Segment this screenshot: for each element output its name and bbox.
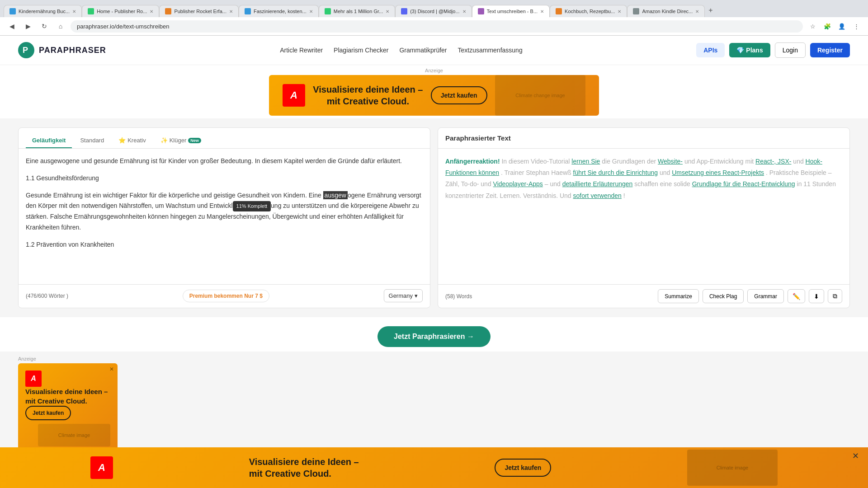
side-ad-banner[interactable]: A ✕ Visualisiere deine Ideen – mit Creat… [18, 363, 118, 454]
tab-gelaufigkeit[interactable]: Geläufigkeit [26, 133, 72, 148]
plans-label: Plans [746, 47, 763, 54]
side-ad-label: Anzeige [18, 356, 118, 361]
bottom-section: Anzeige A ✕ Visualisiere deine Ideen – m… [0, 352, 868, 463]
result-text: Anfängerreaktion! In diesem Video-Tutori… [445, 156, 842, 202]
extensions-button[interactable]: 🧩 [821, 20, 834, 33]
side-ad-close[interactable]: ✕ [109, 366, 114, 372]
tab-kluger[interactable]: ✨ Klüger New [154, 133, 208, 148]
browser-tab-7[interactable]: Text umschreiben - B... ✕ [472, 5, 550, 17]
browser-tab-9[interactable]: Amazon Kindle Direc... ✕ [627, 5, 705, 17]
tab-close-6[interactable]: ✕ [462, 9, 466, 14]
browser-toolbar: ◀ ▶ ↻ ⌂ ☆ 🧩 👤 ⋮ [0, 17, 868, 36]
nav-link-zusammenfassung[interactable]: Textzusammenfassung [458, 47, 523, 54]
side-ad-image: Climate image [38, 424, 110, 446]
side-ad: Anzeige A ✕ Visualisiere deine Ideen – m… [18, 356, 118, 454]
grammar-button[interactable]: Grammar [747, 289, 784, 303]
browser-tab-4[interactable]: Faszinierende, kosten... ✕ [239, 5, 319, 17]
result-span-6: und App-Entwicklung mit [684, 158, 755, 165]
top-ad-container: Anzeige A Visualisiere deine Ideen – mit… [0, 65, 868, 118]
browser-tab-6[interactable]: (3) Discord | @Midjo... ✕ [395, 5, 472, 17]
paraphrase-button[interactable]: Jetzt Paraphrasieren → [377, 326, 491, 347]
result-span-21: sofort verwenden [573, 192, 621, 199]
ad-headline: Visualisiere deine Ideen – mit Creative … [313, 84, 423, 107]
input-text-area[interactable]: Eine ausgewogene und gesunde Ernährung i… [19, 149, 430, 284]
input-paragraph-3: Gesunde Ernährung ist ein wichtiger Fakt… [26, 190, 423, 233]
nav: P PARAPHRASER Article Rewriter Plagiaris… [0, 36, 868, 65]
tab-bar: Geläufigkeit Standard ⭐ Kreativ ✨ Klüger… [19, 128, 430, 149]
country-label: Germany [389, 292, 413, 299]
sticky-ad-buy-button[interactable]: Jetzt kaufen [495, 459, 551, 463]
sticky-ad-image: Climate image [687, 450, 778, 463]
tab-favicon-4 [245, 8, 251, 14]
reload-button[interactable]: ↻ [38, 20, 51, 33]
bookmark-button[interactable]: ☆ [807, 20, 819, 33]
nav-link-article-rewriter[interactable]: Article Rewriter [280, 47, 323, 54]
result-span-17: detaillierte Erläuterungen [562, 180, 633, 188]
premium-button[interactable]: Premium bekommen Nur 7 $ [183, 290, 269, 302]
tab-close-1[interactable]: ✕ [72, 9, 76, 14]
login-button[interactable]: Login [775, 42, 806, 58]
result-span-2: In diesem Video-Tutorial [501, 158, 571, 165]
side-ad-text: Visualisiere deine Ideen – mit Creative … [25, 387, 108, 406]
adobe-logo-box: A [283, 84, 305, 107]
browser-chrome: Kinderernährung Buc... ✕ Home - Publishe… [0, 0, 868, 36]
address-bar[interactable] [71, 20, 803, 33]
chevron-down-icon: ▾ [415, 292, 418, 299]
nav-buttons: APIs 💎 Plans Login Register [696, 42, 850, 58]
top-ad-banner[interactable]: A Visualisiere deine Ideen – mit Creativ… [269, 75, 599, 116]
sticky-adobe-logo: A [90, 456, 113, 463]
side-ad-adobe-letter: A [31, 375, 36, 383]
bottom-sticky-ad[interactable]: A Visualisiere deine Ideen – mit Creativ… [0, 447, 868, 463]
copy-icon: ⧉ [833, 292, 837, 300]
browser-tab-8[interactable]: Kochbuch, Rezeptbu... ✕ [550, 5, 627, 17]
tab-close-3[interactable]: ✕ [229, 9, 233, 14]
tab-title-7: Text umschreiben - B... [487, 9, 538, 14]
edit-icon-button[interactable]: ✏️ [788, 289, 805, 303]
browser-tab-5[interactable]: Mehr als 1 Million Gr... ✕ [319, 5, 395, 17]
tab-standard[interactable]: Standard [74, 133, 110, 148]
copy-icon-button[interactable]: ⧉ [828, 289, 842, 303]
profile-button[interactable]: 👤 [835, 20, 848, 33]
download-icon-button[interactable]: ⬇ [809, 289, 824, 303]
nav-link-plagiarism[interactable]: Plagiarism Checker [334, 47, 388, 54]
summarize-button[interactable]: Summarize [658, 289, 699, 303]
tab-title-8: Kochbuch, Rezeptbu... [565, 9, 615, 14]
result-span-19: Grundlage für die React-Entwicklung [692, 180, 795, 188]
country-selector[interactable]: Germany ▾ [384, 289, 423, 302]
tab-close-7[interactable]: ✕ [540, 9, 544, 14]
browser-tab-3[interactable]: Publisher Rocket Erfa... ✕ [159, 5, 239, 17]
home-button[interactable]: ⌂ [54, 20, 67, 33]
tab-close-8[interactable]: ✕ [618, 9, 621, 14]
check-plag-button[interactable]: Check Plag [703, 289, 744, 303]
result-span-4: die Grundlagen der [602, 158, 658, 165]
new-tab-button[interactable]: + [705, 4, 716, 17]
tab-kreativ[interactable]: ⭐ Kreativ [112, 133, 152, 148]
apis-button[interactable]: APIs [696, 43, 725, 57]
sticky-close-button[interactable]: ✕ [852, 451, 859, 461]
back-button[interactable]: ◀ [5, 20, 18, 33]
result-span-7: React-, JSX- [755, 158, 791, 165]
input-paragraph-1: Eine ausgewogene und gesunde Ernährung i… [26, 156, 423, 167]
tab-close-5[interactable]: ✕ [386, 9, 389, 14]
tab-title-1: Kinderernährung Buc... [19, 9, 70, 14]
tab-favicon-3 [165, 8, 171, 14]
result-text-area: Anfängerreaktion! In diesem Video-Tutori… [438, 149, 849, 284]
register-button[interactable]: Register [810, 43, 850, 57]
browser-tab-1[interactable]: Kinderernährung Buc... ✕ [4, 5, 82, 17]
nav-link-grammatik[interactable]: Grammatikprüfer [399, 47, 447, 54]
side-ad-buy-button[interactable]: Jetzt kaufen [25, 406, 71, 420]
ad-buy-button[interactable]: Jetzt kaufen [431, 86, 487, 104]
tab-favicon-7 [478, 8, 484, 14]
tab-close-2[interactable]: ✕ [150, 9, 153, 14]
forward-button[interactable]: ▶ [22, 20, 34, 33]
result-span-8: und [793, 158, 805, 165]
result-span-11: führt Sie durch die Einrichtung [573, 169, 658, 176]
input-paragraph-4: 1.2 Prävention von Krankheiten [26, 239, 423, 250]
tab-close-4[interactable]: ✕ [309, 9, 313, 14]
menu-button[interactable]: ⋮ [850, 20, 863, 33]
tab-close-9[interactable]: ✕ [695, 9, 699, 14]
side-ad-adobe-logo: A [25, 371, 42, 387]
plans-button[interactable]: 💎 Plans [729, 43, 770, 57]
browser-tab-2[interactable]: Home - Publisher Ro... ✕ [82, 5, 159, 17]
highlighted-word: ausgew [323, 191, 348, 199]
